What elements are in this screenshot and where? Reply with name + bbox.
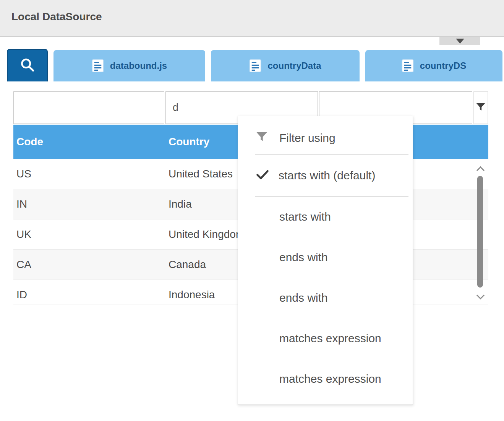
menu-item-label: ends with [279, 251, 328, 264]
tabstrip: databound.js countryData countryDS [7, 49, 502, 81]
tabstrip-scroll-button[interactable] [439, 37, 480, 45]
filter-funnel-icon [475, 101, 486, 114]
funnel-icon [255, 130, 269, 146]
document-icon [92, 59, 104, 72]
filter-menu: Filter using starts with (default) start… [238, 116, 413, 405]
cell-code: CA [13, 258, 165, 271]
chevron-down-icon [476, 291, 484, 299]
menu-item[interactable]: matches expression [238, 318, 413, 359]
filter-menu-header: Filter using [238, 122, 413, 154]
cell-code: UK [13, 228, 165, 241]
chevron-down-icon [456, 39, 464, 44]
document-icon [249, 59, 261, 72]
menu-item[interactable]: ends with [238, 237, 413, 278]
filter-button[interactable] [473, 91, 488, 124]
scroll-down-button[interactable] [474, 292, 487, 302]
tab-countryds[interactable]: countryDS [365, 50, 502, 81]
menu-item-label: starts with (default) [279, 169, 375, 182]
menu-item-label: matches expression [279, 332, 381, 345]
tab-label: databound.js [110, 60, 167, 71]
menu-item-label: starts with [279, 210, 331, 223]
menu-item[interactable]: matches expression [238, 359, 413, 399]
tab-countrydata[interactable]: countryData [211, 50, 360, 81]
filter-menu-title: Filter using [279, 132, 335, 145]
cell-code: US [13, 168, 165, 180]
vertical-scrollbar[interactable] [474, 164, 487, 302]
search-icon [19, 56, 36, 75]
menu-item-label: ends with [279, 291, 328, 304]
check-icon [255, 167, 270, 185]
column-header-code[interactable]: Code [13, 136, 165, 148]
tab-label: countryData [267, 60, 321, 71]
cell-code: IN [13, 198, 165, 210]
menu-item-label: matches expression [279, 372, 381, 385]
cell-code: ID [13, 289, 165, 301]
menu-item-selected[interactable]: starts with (default) [238, 155, 413, 196]
chevron-up-icon [476, 166, 484, 174]
page-title: Local DataSource [11, 11, 102, 23]
tab-label: countryDS [420, 60, 466, 71]
menu-item[interactable]: ends with [238, 278, 413, 318]
menu-item[interactable]: starts with [238, 197, 413, 237]
scroll-up-button[interactable] [474, 164, 487, 174]
document-icon [402, 59, 414, 72]
tab-search[interactable] [7, 49, 48, 81]
scrollbar-thumb[interactable] [477, 176, 483, 288]
window-header: Local DataSource [0, 0, 504, 37]
tab-databound-js[interactable]: databound.js [53, 50, 205, 81]
filter-input-code[interactable] [13, 91, 164, 124]
